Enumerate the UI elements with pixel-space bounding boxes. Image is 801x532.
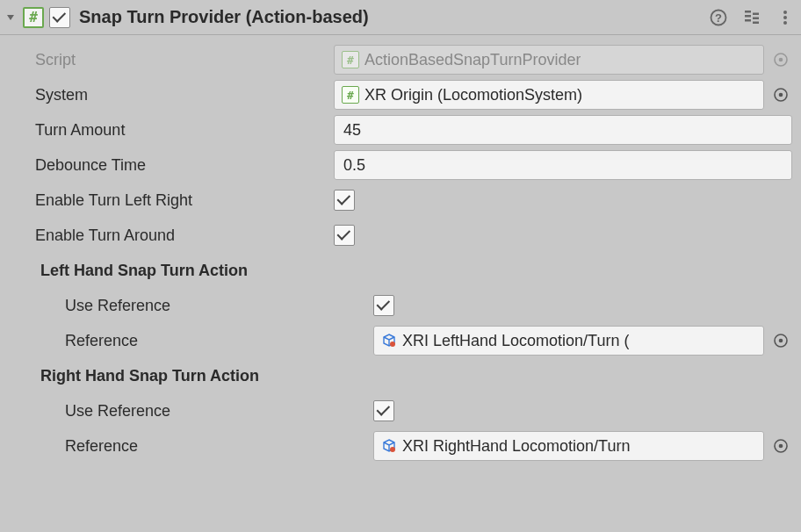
right-use-reference-label: Use Reference	[9, 402, 373, 421]
system-field[interactable]: # XR Origin (LocomotionSystem)	[334, 80, 764, 110]
left-reference-row: Reference XRI LeftHand Locomotion/Turn (	[9, 323, 792, 358]
svg-point-12	[779, 58, 783, 62]
left-use-reference-row: Use Reference	[9, 288, 792, 323]
right-hand-section-label: Right Hand Snap Turn Action	[9, 367, 334, 385]
svg-rect-4	[753, 12, 759, 15]
enable-turn-around-label: Enable Turn Around	[9, 226, 334, 245]
right-use-reference-checkbox[interactable]	[373, 400, 394, 421]
script-field: # ActionBasedSnapTurnProvider	[334, 45, 764, 75]
svg-point-14	[779, 93, 783, 97]
svg-point-8	[783, 11, 787, 14]
system-row: System # XR Origin (LocomotionSystem)	[9, 77, 792, 112]
turn-amount-label: Turn Amount	[9, 121, 334, 140]
component-enabled-checkbox[interactable]	[49, 7, 70, 28]
right-reference-field[interactable]: XRI RightHand Locomotion/Turn	[373, 431, 764, 461]
enable-turn-lr-label: Enable Turn Left Right	[9, 191, 334, 210]
right-reference-label: Reference	[9, 437, 373, 456]
debounce-time-row: Debounce Time	[9, 147, 792, 183]
left-use-reference-label: Use Reference	[9, 297, 373, 315]
left-reference-picker-icon[interactable]	[769, 329, 792, 352]
system-value: XR Origin (LocomotionSystem)	[364, 86, 582, 104]
enable-turn-around-checkbox[interactable]	[334, 225, 355, 246]
help-icon[interactable]: ?	[710, 9, 727, 26]
svg-text:?: ?	[715, 11, 722, 24]
script-row: Script # ActionBasedSnapTurnProvider	[9, 42, 792, 77]
input-action-icon	[381, 438, 397, 454]
debounce-time-label: Debounce Time	[9, 156, 334, 175]
svg-rect-5	[753, 17, 759, 19]
component-title: Snap Turn Provider (Action-based)	[79, 7, 704, 27]
right-reference-row: Reference XRI RightHand Locomotion/Turn	[9, 428, 792, 464]
script-icon: #	[342, 51, 359, 68]
enable-turn-lr-checkbox[interactable]	[334, 190, 355, 211]
left-reference-label: Reference	[9, 332, 373, 350]
script-value: ActionBasedSnapTurnProvider	[364, 51, 581, 69]
svg-point-20	[779, 444, 783, 449]
preset-icon[interactable]	[743, 9, 761, 26]
left-reference-value: XRI LeftHand Locomotion/Turn (	[402, 332, 629, 350]
turn-amount-row: Turn Amount	[9, 112, 792, 147]
foldout-arrow-icon[interactable]	[4, 11, 18, 25]
script-type-icon: #	[23, 7, 44, 28]
svg-point-17	[779, 339, 783, 343]
script-label: Script	[9, 51, 334, 69]
left-hand-section-label: Left Hand Snap Turn Action	[9, 262, 334, 280]
component-header[interactable]: # Snap Turn Provider (Action-based) ?	[0, 0, 801, 35]
enable-turn-lr-row: Enable Turn Left Right	[9, 183, 792, 218]
right-use-reference-row: Use Reference	[9, 393, 792, 428]
script-icon: #	[342, 86, 359, 104]
component-body: Script # ActionBasedSnapTurnProvider Sys…	[0, 35, 801, 474]
svg-point-15	[390, 341, 395, 347]
input-action-icon	[381, 333, 397, 349]
left-hand-section: Left Hand Snap Turn Action	[9, 253, 792, 288]
component-root: # Snap Turn Provider (Action-based) ? Sc…	[0, 0, 801, 474]
context-menu-icon[interactable]	[776, 9, 794, 26]
svg-point-10	[783, 21, 787, 25]
svg-rect-7	[753, 21, 759, 24]
system-label: System	[9, 86, 334, 104]
left-use-reference-checkbox[interactable]	[373, 295, 394, 316]
enable-turn-around-row: Enable Turn Around	[9, 218, 792, 253]
right-hand-section: Right Hand Snap Turn Action	[9, 358, 792, 393]
turn-amount-input[interactable]	[334, 115, 792, 145]
debounce-time-input[interactable]	[334, 150, 792, 180]
left-reference-field[interactable]: XRI LeftHand Locomotion/Turn (	[373, 326, 764, 356]
right-reference-value: XRI RightHand Locomotion/Turn	[402, 437, 630, 456]
svg-rect-3	[745, 15, 751, 18]
svg-point-9	[783, 16, 787, 19]
script-picker-icon	[769, 48, 792, 71]
svg-rect-6	[745, 19, 751, 22]
svg-rect-2	[745, 11, 751, 13]
svg-point-18	[390, 447, 395, 452]
system-picker-icon[interactable]	[769, 83, 792, 106]
right-reference-picker-icon[interactable]	[769, 435, 792, 457]
